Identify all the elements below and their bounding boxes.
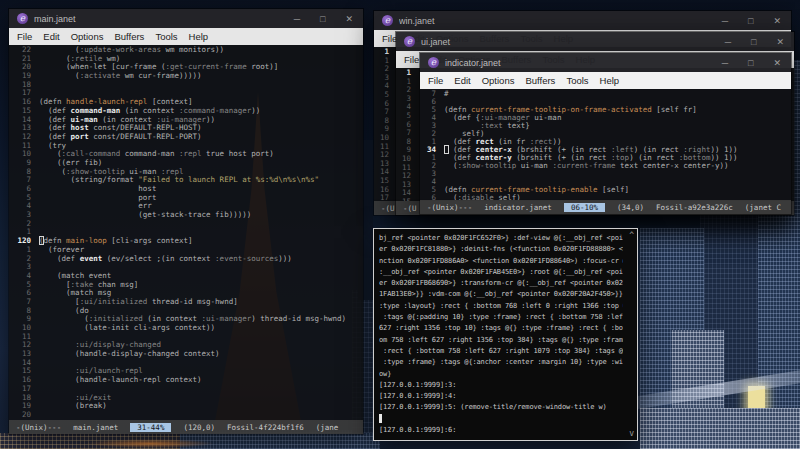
terminal-line: [127.0.0.1:9999]:5: (remove-title/remove…	[379, 402, 623, 413]
code-editor[interactable]: 7#65(defn current-frame-tooltip-on-frame…	[420, 89, 791, 200]
code-text: (:activate wm cur-frame)))))	[39, 72, 202, 81]
code-text: (late-init cli-args context))	[39, 324, 215, 333]
menu-item-options[interactable]: Options	[71, 31, 104, 42]
line-number: 7	[9, 298, 39, 307]
menu-item-help[interactable]: Help	[600, 75, 620, 86]
code-line: 2	[9, 220, 363, 229]
modeline-scroll-percent: 06-10%	[564, 203, 605, 212]
close-button[interactable]: ✕	[776, 37, 784, 47]
emacs-icon: e	[382, 15, 393, 26]
code-line: 2 (:show-tooltip ui-man :current-frame t…	[420, 162, 791, 170]
code-text: (:show-tooltip ui-man :current-frame tex…	[444, 162, 728, 170]
code-text: #	[444, 90, 449, 98]
terminal-line: [127.0.0.1:9999]:6:	[379, 425, 623, 436]
maximize-button[interactable]: □	[320, 14, 325, 24]
code-line: 13 (handle-display-changed context)	[9, 350, 363, 359]
line-number: 6	[9, 289, 39, 298]
scroll-up-icon[interactable]: ^	[629, 231, 634, 240]
code-line: 19 (:activate wm cur-frame)))))	[9, 72, 363, 81]
close-button[interactable]: ✕	[773, 16, 781, 26]
line-number: 8	[9, 168, 39, 177]
minimize-button[interactable]: ─	[725, 37, 731, 47]
modeline-major-mode: (janet C	[745, 203, 781, 212]
modeline-buffer-name: indicator.janet	[484, 203, 552, 212]
maximize-button[interactable]: □	[751, 37, 756, 47]
code-line: 16 (handle-launch-repl context)	[9, 376, 363, 385]
close-button[interactable]: ✕	[345, 14, 353, 24]
menu-item-buffers[interactable]: Buffers	[525, 75, 555, 86]
titlebar[interactable]: e win.janet ─ □ ✕	[374, 11, 791, 30]
emacs-icon: e	[404, 36, 415, 47]
menu-item-tools[interactable]: Tools	[155, 31, 177, 42]
titlebar[interactable]: e main.janet ─ □ ✕	[9, 9, 363, 28]
code-line: 19 (break)	[9, 402, 363, 411]
terminal-line: [127.0.0.1:9999]:4:	[379, 391, 623, 402]
menu-item-options[interactable]: Options	[482, 75, 515, 86]
window-main-janet: e main.janet ─ □ ✕ FileEditOptionsBuffer…	[8, 8, 364, 435]
street-light-glow	[85, 439, 215, 448]
terminal-line: 627 :right 1356 :top 10} :tags @{} :type…	[379, 323, 623, 334]
window-title: ui.janet	[421, 37, 725, 47]
code-text: (get-stack-trace fib)))))	[39, 211, 251, 220]
line-number: 20	[9, 411, 39, 420]
minimize-button[interactable]: ─	[722, 58, 728, 68]
line-number: 4	[9, 272, 39, 281]
repl-console-window[interactable]: bj_ref <pointer 0x020F1FC652F0>} :def-vi…	[373, 228, 638, 441]
emacs-icon: e	[428, 57, 439, 68]
line-number: 3	[9, 263, 39, 272]
mode-line: -(Unix)--- main.janet 31-44% (120,0) Fos…	[9, 420, 363, 434]
minimize-button[interactable]: ─	[722, 16, 728, 26]
modeline-fragment: -(U	[403, 204, 417, 213]
code-text: (handle-launch-repl context)	[39, 376, 202, 385]
modeline-vcs-revision: Fossil-4f224bf1f6	[227, 423, 304, 432]
menu-item-edit[interactable]: Edit	[454, 75, 470, 86]
code-text: (break)	[39, 402, 107, 411]
code-line: 10 (late-init cli-args context))	[9, 324, 363, 333]
line-number: 7	[9, 176, 39, 185]
menu-item-file[interactable]: File	[404, 54, 419, 65]
maximize-button[interactable]: □	[748, 58, 753, 68]
line-number: 2	[9, 220, 39, 229]
menu-bar: FileEditOptionsBuffersToolsHelp	[9, 28, 363, 45]
modeline-major-mode: (jane	[316, 423, 339, 432]
modeline-buffer-name: main.janet	[73, 423, 118, 432]
titlebar[interactable]: e indicator.janet ─ □ ✕	[420, 53, 791, 72]
menu-item-edit[interactable]: Edit	[43, 31, 59, 42]
line-number: 5	[9, 194, 39, 203]
terminal-line: :rect { :bottom 758 :left 627 :right 107…	[379, 346, 623, 357]
maximize-button[interactable]: □	[748, 16, 753, 26]
terminal-cursor	[379, 414, 382, 423]
terminal-line: 1FAB13E0>}} :vdm-com @{:__obj_ref <point…	[379, 289, 623, 300]
terminal-line: ow}	[379, 369, 623, 380]
menu-item-file[interactable]: File	[428, 75, 443, 86]
line-number: 5	[9, 281, 39, 290]
modeline-fragment: -(U	[381, 204, 395, 213]
menu-item-buffers[interactable]: Buffers	[114, 31, 144, 42]
line-number: 3	[9, 211, 39, 220]
terminal-line: bj_ref <pointer 0x020F1FC652F0>} :def-vi…	[379, 233, 623, 244]
line-number: 120	[9, 237, 39, 246]
window-title: indicator.janet	[445, 58, 722, 68]
minimize-button[interactable]: ─	[294, 14, 300, 24]
code-editor[interactable]: 22 (:update-work-areas wm monitors))21 (…	[9, 45, 363, 420]
menu-item-help[interactable]: Help	[189, 31, 209, 42]
scroll-down-icon[interactable]: v	[629, 429, 634, 438]
titlebar[interactable]: e ui.janet ─ □ ✕	[396, 32, 794, 51]
code-line: 3	[420, 170, 791, 178]
code-line: 18	[9, 81, 363, 90]
terminal-cursor-line	[379, 414, 623, 425]
terminal-line: :type :frame} :tags @{:anchor :center :m…	[379, 357, 623, 368]
menu-item-tools[interactable]: Tools	[566, 75, 588, 86]
code-text: (def event (ev/select ;(in context :even…	[39, 255, 292, 264]
terminal-line: [127.0.0.1:9999]:3:	[379, 380, 623, 391]
menu-item-file[interactable]: File	[17, 31, 32, 42]
terminal-line: er 0x020F1FB68690>} :transform-cr @{:__o…	[379, 278, 623, 289]
terminal-line: om 758 :left 627 :right 1356 :top 384} :…	[379, 335, 623, 346]
terminal-line: :__obj_ref <pointer 0x020F1FAB45E0>} :ro…	[379, 267, 623, 278]
window-title: main.janet	[34, 14, 294, 24]
desktop: e main.janet ─ □ ✕ FileEditOptionsBuffer…	[0, 0, 800, 449]
terminal-line: :tags @{:padding 10} :type :frame} :rect…	[379, 312, 623, 323]
mode-line: -(Unix)--- indicator.janet 06-10% (34,0)…	[420, 200, 791, 214]
close-button[interactable]: ✕	[773, 58, 781, 68]
line-number: 9	[9, 159, 39, 168]
